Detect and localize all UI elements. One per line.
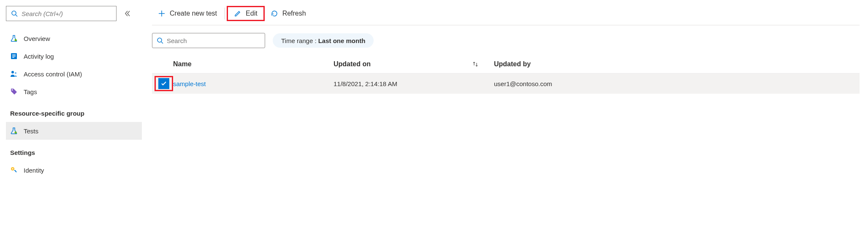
time-range-filter[interactable]: Time range : Last one month bbox=[273, 33, 374, 48]
time-range-value: Last one month bbox=[318, 37, 366, 44]
svg-point-0 bbox=[12, 11, 16, 15]
svg-point-2 bbox=[15, 39, 17, 41]
toolbar-label: Edit bbox=[246, 10, 258, 17]
row-updated-by: user1@contoso.com bbox=[494, 80, 860, 87]
row-name-link[interactable]: sample-test bbox=[173, 80, 334, 87]
search-icon bbox=[11, 10, 18, 17]
toolbar: Create new test Edit Refresh bbox=[152, 6, 860, 25]
flask-icon bbox=[10, 127, 18, 135]
sidebar-item-identity[interactable]: Identity bbox=[6, 161, 142, 179]
sidebar-item-label: Tags bbox=[24, 88, 37, 95]
main-content: Create new test Edit Refresh Time range … bbox=[144, 0, 868, 241]
sidebar-item-label: Activity log bbox=[24, 53, 54, 60]
log-icon bbox=[10, 52, 18, 60]
sidebar-search-input[interactable] bbox=[22, 10, 112, 17]
table-row[interactable]: sample-test 11/8/2021, 2:14:18 AM user1@… bbox=[152, 73, 860, 94]
tag-icon bbox=[10, 88, 18, 95]
row-checkbox-wrap[interactable] bbox=[155, 76, 173, 91]
sidebar-group-resource: Resource-specific group bbox=[6, 100, 142, 122]
filter-row: Time range : Last one month bbox=[152, 33, 860, 48]
table-header: Name Updated on Updated by bbox=[152, 55, 860, 73]
refresh-icon bbox=[271, 10, 278, 17]
sidebar-item-access-control[interactable]: Access control (IAM) bbox=[6, 65, 142, 83]
plus-icon bbox=[158, 10, 165, 17]
column-header-updated-on[interactable]: Updated on bbox=[334, 60, 494, 68]
svg-point-8 bbox=[15, 72, 16, 74]
sidebar-item-overview[interactable]: Overview bbox=[6, 30, 142, 47]
search-icon bbox=[157, 37, 163, 44]
svg-line-1 bbox=[16, 15, 17, 16]
sidebar-item-activity-log[interactable]: Activity log bbox=[6, 47, 142, 65]
sidebar-item-label: Tests bbox=[24, 127, 38, 135]
sidebar-search-row bbox=[6, 6, 142, 21]
toolbar-separator bbox=[225, 8, 225, 19]
refresh-button[interactable]: Refresh bbox=[265, 6, 312, 21]
pencil-icon bbox=[234, 10, 241, 17]
sidebar: Overview Activity log Access control (IA… bbox=[0, 0, 144, 241]
iam-icon bbox=[10, 70, 18, 78]
filter-search-box[interactable] bbox=[152, 33, 265, 48]
key-icon bbox=[10, 166, 18, 174]
sidebar-search-box[interactable] bbox=[6, 6, 117, 21]
sidebar-item-label: Identity bbox=[24, 167, 44, 174]
svg-line-16 bbox=[161, 42, 163, 43]
row-updated-on: 11/8/2021, 2:14:18 AM bbox=[334, 80, 494, 87]
svg-point-15 bbox=[157, 38, 162, 42]
svg-point-7 bbox=[11, 71, 14, 73]
collapse-sidebar-button[interactable] bbox=[124, 10, 131, 17]
toolbar-label: Refresh bbox=[282, 10, 306, 17]
filter-search-input[interactable] bbox=[167, 37, 260, 44]
toolbar-label: Create new test bbox=[170, 10, 217, 17]
column-header-updated-by[interactable]: Updated by bbox=[494, 60, 860, 68]
time-range-label: Time range : bbox=[281, 37, 317, 44]
row-checkbox[interactable] bbox=[158, 78, 169, 89]
svg-point-10 bbox=[15, 132, 17, 134]
sidebar-item-label: Overview bbox=[24, 35, 50, 42]
sidebar-item-tests[interactable]: Tests bbox=[6, 122, 142, 140]
sidebar-item-tags[interactable]: Tags bbox=[6, 83, 142, 100]
flask-icon bbox=[10, 35, 18, 42]
column-header-label: Updated on bbox=[334, 60, 371, 68]
svg-point-12 bbox=[12, 168, 14, 170]
sidebar-item-label: Access control (IAM) bbox=[24, 70, 82, 78]
create-new-test-button[interactable]: Create new test bbox=[152, 6, 223, 21]
svg-point-9 bbox=[12, 89, 13, 91]
sidebar-group-settings: Settings bbox=[6, 140, 142, 161]
sort-icon[interactable] bbox=[472, 61, 479, 68]
column-header-name[interactable]: Name bbox=[173, 60, 334, 68]
edit-button[interactable]: Edit bbox=[227, 6, 265, 21]
